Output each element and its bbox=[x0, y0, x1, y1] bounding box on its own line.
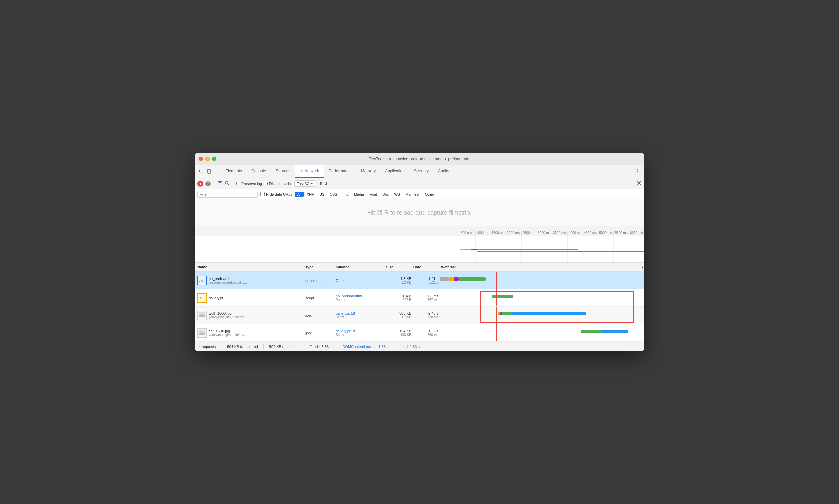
window-title: DevTools - responsive-preload.glitch.me/… bbox=[369, 157, 470, 161]
maximize-button[interactable] bbox=[212, 157, 216, 161]
header-size[interactable]: Size bbox=[386, 265, 413, 269]
status-bar: 4 requests 504 KB transferred 502 KB res… bbox=[195, 342, 644, 351]
row-initiator: no_preload.html Parser bbox=[336, 294, 386, 302]
header-time[interactable]: Time bbox=[413, 265, 440, 269]
svg-line-3 bbox=[207, 182, 209, 184]
record-button[interactable]: ● bbox=[197, 181, 203, 186]
mobile-icon[interactable] bbox=[206, 168, 212, 175]
timeline-ruler: 500 ms 1000 ms 1500 ms 2000 ms 2500 ms 3… bbox=[195, 231, 644, 235]
row-waterfall bbox=[440, 324, 644, 341]
row-name-cell: cat_1600.jpg yoavweiss.github.io/ima... bbox=[195, 328, 305, 338]
tab-sources[interactable]: Sources bbox=[271, 165, 295, 178]
header-waterfall[interactable]: Waterfall ▲ bbox=[440, 265, 644, 269]
timeline-chart bbox=[195, 236, 644, 263]
row-time: 1.21 s 1.21 s bbox=[413, 276, 440, 284]
chevron-down-icon: ▾ bbox=[311, 181, 313, 185]
finish-time: Finish: 5.86 s bbox=[309, 345, 331, 349]
tick-5000: 5000 ms bbox=[598, 231, 613, 235]
row-name-cell: </> no_preload.html responsive-preload.g… bbox=[195, 276, 305, 285]
more-tabs-icon[interactable]: ⋮ bbox=[633, 167, 642, 176]
tab-console[interactable]: Console bbox=[247, 165, 271, 178]
row-size: 308 KB 307 KB bbox=[386, 311, 413, 319]
preserve-log-input[interactable] bbox=[236, 182, 240, 185]
overview-bar-blue bbox=[477, 251, 644, 252]
overview-bar-purple bbox=[470, 249, 477, 250]
header-initiator[interactable]: Initiator bbox=[336, 265, 386, 269]
filter-css[interactable]: CSS bbox=[327, 192, 340, 197]
window-controls bbox=[199, 157, 216, 161]
table-row[interactable]: wolf_1600.jpg yoavweiss.github.io/ima...… bbox=[195, 307, 644, 324]
tab-memory[interactable]: Memory bbox=[356, 165, 380, 178]
filter-all[interactable]: All bbox=[295, 192, 304, 197]
filter-xhr[interactable]: XHR bbox=[304, 192, 317, 197]
tab-network[interactable]: ⚠ Network bbox=[295, 165, 324, 178]
row-time: 568 ms 567 ms bbox=[413, 294, 440, 302]
svg-line-5 bbox=[228, 183, 229, 185]
clear-button[interactable] bbox=[206, 181, 211, 186]
pointer-icon[interactable] bbox=[197, 168, 203, 175]
toolbar-divider-2 bbox=[233, 180, 233, 187]
filter-input[interactable] bbox=[197, 191, 258, 198]
svg-point-4 bbox=[225, 181, 228, 184]
settings-icon[interactable] bbox=[636, 180, 642, 187]
table-row[interactable]: JS gallery.js script no_preload.html Par… bbox=[195, 289, 644, 307]
tab-elements[interactable]: Elements bbox=[220, 165, 247, 178]
filter-manifest[interactable]: Manifest bbox=[403, 192, 422, 197]
row-type: document bbox=[305, 278, 336, 283]
export-icon[interactable]: ⬇ bbox=[324, 181, 328, 186]
status-divider-5 bbox=[394, 344, 394, 349]
hide-data-urls-label[interactable]: Hide data URLs bbox=[261, 192, 292, 196]
file-icon-js: JS bbox=[197, 293, 207, 303]
disable-cache-input[interactable] bbox=[264, 182, 268, 185]
import-icon[interactable]: ⬆ bbox=[319, 181, 323, 186]
close-button[interactable] bbox=[199, 157, 203, 161]
name-lines: wolf_1600.jpg yoavweiss.github.io/ima... bbox=[209, 311, 247, 319]
tick-1500: 1500 ms bbox=[490, 231, 506, 235]
row-type: script bbox=[305, 296, 336, 300]
sort-icon: ▲ bbox=[641, 266, 644, 269]
tick-3500: 3500 ms bbox=[552, 231, 568, 235]
name-lines: gallery.js bbox=[209, 296, 223, 300]
tab-security[interactable]: Security bbox=[409, 165, 433, 178]
row-name-cell: wolf_1600.jpg yoavweiss.github.io/ima... bbox=[195, 311, 305, 320]
row-size: 1014 B 827 B bbox=[386, 294, 413, 302]
filter-icon[interactable] bbox=[218, 181, 222, 186]
tab-performance[interactable]: Performance bbox=[324, 165, 356, 178]
status-divider-1 bbox=[221, 344, 221, 349]
filter-doc[interactable]: Doc bbox=[380, 192, 391, 197]
file-icon-img bbox=[197, 311, 207, 320]
row-initiator: Other bbox=[336, 278, 386, 283]
filter-font[interactable]: Font bbox=[367, 192, 379, 197]
tick-2500: 2500 ms bbox=[521, 231, 537, 235]
search-icon[interactable] bbox=[225, 181, 229, 186]
svg-point-6 bbox=[638, 182, 640, 183]
table-row[interactable]: cat_1600.jpg yoavweiss.github.io/ima... … bbox=[195, 324, 644, 342]
preserve-log-checkbox[interactable]: Preserve log bbox=[236, 182, 262, 185]
filter-other[interactable]: Other bbox=[423, 192, 436, 197]
row-waterfall bbox=[440, 307, 644, 324]
status-divider-2 bbox=[264, 344, 264, 349]
header-name[interactable]: Name bbox=[195, 265, 305, 269]
filter-img[interactable]: Img bbox=[340, 192, 351, 197]
tab-audits[interactable]: Audits bbox=[433, 165, 454, 178]
header-type[interactable]: Type bbox=[305, 265, 336, 269]
filter-media[interactable]: Media bbox=[352, 192, 367, 197]
status-divider-4 bbox=[337, 344, 337, 349]
file-icon-html: </> bbox=[197, 276, 207, 285]
minimize-button[interactable] bbox=[206, 157, 210, 161]
load-time: Load: 1.83 s bbox=[400, 345, 420, 349]
disable-cache-checkbox[interactable]: Disable cache bbox=[264, 182, 292, 185]
throttle-select[interactable]: Fast 3G ▾ bbox=[294, 180, 316, 186]
filter-ws[interactable]: WS bbox=[392, 192, 403, 197]
row-size: 1.3 KB 1.2 KB bbox=[386, 276, 413, 284]
table-row[interactable]: </> no_preload.html responsive-preload.g… bbox=[195, 272, 644, 289]
tab-bar: Elements Console Sources ⚠ Network Perfo… bbox=[195, 165, 644, 178]
overview-bar-green-main bbox=[477, 249, 578, 250]
import-export-group: ⬆ ⬇ bbox=[319, 181, 328, 186]
tick-4000: 4000 ms bbox=[568, 231, 583, 235]
filter-js[interactable]: JS bbox=[318, 192, 326, 197]
filter-types: All XHR JS CSS Img Media Font Doc WS Man… bbox=[295, 192, 436, 197]
toolbar-divider-1 bbox=[214, 180, 214, 187]
hide-data-urls-input[interactable] bbox=[261, 192, 265, 196]
tab-application[interactable]: Application bbox=[380, 165, 409, 178]
